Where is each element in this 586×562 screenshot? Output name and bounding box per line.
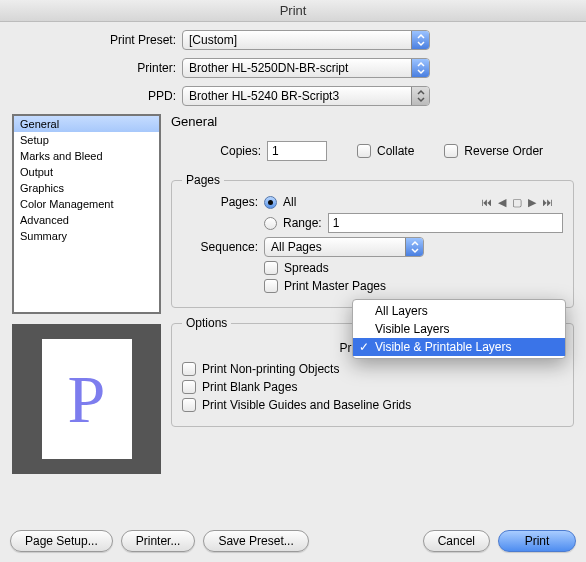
collate-checkbox[interactable] (357, 144, 371, 158)
window-title: Print (280, 3, 307, 18)
pages-label: Pages: (182, 195, 258, 209)
nonprinting-label: Print Non-printing Objects (202, 362, 339, 376)
print-button[interactable]: Print (498, 530, 576, 552)
first-page-icon[interactable]: ⏮ (481, 196, 492, 208)
pages-group: Pages Pages: All ⏮ ◀ ▢ ▶ ⏭ (171, 173, 574, 308)
panel-item-advanced[interactable]: Advanced (14, 212, 159, 228)
spreads-label: Spreads (284, 261, 329, 275)
collate-label: Collate (377, 144, 414, 158)
printer-select[interactable]: Brother HL-5250DN-BR-script (182, 58, 430, 78)
blank-label: Print Blank Pages (202, 380, 297, 394)
panel-list[interactable]: GeneralSetupMarks and BleedOutputGraphic… (12, 114, 161, 314)
printer-label: Printer: (12, 61, 182, 75)
panel-item-graphics[interactable]: Graphics (14, 180, 159, 196)
copies-input[interactable] (267, 141, 327, 161)
print-layers-menu[interactable]: All LayersVisible LayersVisible & Printa… (352, 299, 566, 359)
panel-item-marks-and-bleed[interactable]: Marks and Bleed (14, 148, 159, 164)
pages-all-radio[interactable] (264, 196, 277, 209)
titlebar: Print (0, 0, 586, 22)
page-preview: P (12, 324, 161, 474)
print-preset-label: Print Preset: (12, 33, 182, 47)
copies-label: Copies: (185, 144, 261, 158)
updown-icon (411, 31, 429, 49)
reverse-label: Reverse Order (464, 144, 543, 158)
updown-icon (411, 87, 429, 105)
panel-item-color-management[interactable]: Color Management (14, 196, 159, 212)
ppd-select[interactable]: Brother HL-5240 BR-Script3 (182, 86, 430, 106)
reverse-checkbox[interactable] (444, 144, 458, 158)
pages-legend: Pages (182, 173, 224, 187)
print-preset-select[interactable]: [Custom] (182, 30, 430, 50)
panel-item-setup[interactable]: Setup (14, 132, 159, 148)
sequence-value: All Pages (265, 240, 405, 254)
next-page-icon[interactable]: ▶ (528, 196, 536, 209)
page-nav-icons: ⏮ ◀ ▢ ▶ ⏭ (481, 196, 553, 209)
printer-value: Brother HL-5250DN-BR-script (183, 61, 411, 75)
print-layers-select[interactable]: All LayersVisible LayersVisible & Printa… (410, 338, 563, 358)
page-setup-button[interactable]: Page Setup... (10, 530, 113, 552)
printer-button[interactable]: Printer... (121, 530, 196, 552)
dialog-content: Print Preset: [Custom] Printer: Brother … (0, 22, 586, 524)
ppd-value: Brother HL-5240 BR-Script3 (183, 89, 411, 103)
page-thumb-icon[interactable]: ▢ (512, 196, 522, 209)
save-preset-button[interactable]: Save Preset... (203, 530, 308, 552)
layers-menu-item[interactable]: All Layers (353, 302, 565, 320)
section-heading: General (171, 114, 574, 129)
prev-page-icon[interactable]: ◀ (498, 196, 506, 209)
print-preset-value: [Custom] (183, 33, 411, 47)
nonprinting-checkbox[interactable] (182, 362, 196, 376)
layers-menu-item[interactable]: Visible Layers (353, 320, 565, 338)
last-page-icon[interactable]: ⏭ (542, 196, 553, 208)
master-checkbox[interactable] (264, 279, 278, 293)
guides-checkbox[interactable] (182, 398, 196, 412)
updown-icon (405, 238, 423, 256)
master-label: Print Master Pages (284, 279, 386, 293)
panel-item-output[interactable]: Output (14, 164, 159, 180)
print-dialog: Print Print Preset: [Custom] Printer: Br… (0, 0, 586, 562)
spreads-checkbox[interactable] (264, 261, 278, 275)
pages-all-label: All (283, 195, 296, 209)
blank-checkbox[interactable] (182, 380, 196, 394)
pages-range-radio[interactable] (264, 217, 277, 230)
guides-label: Print Visible Guides and Baseline Grids (202, 398, 411, 412)
options-group: Options Print Layers All LayersVisible L… (171, 316, 574, 427)
range-input[interactable] (328, 213, 563, 233)
cancel-button[interactable]: Cancel (423, 530, 490, 552)
range-label: Range: (283, 216, 322, 230)
layers-menu-item[interactable]: Visible & Printable Layers (353, 338, 565, 356)
options-legend: Options (182, 316, 231, 330)
panel-item-general[interactable]: General (14, 116, 159, 132)
sequence-label: Sequence: (182, 240, 258, 254)
preview-page: P (42, 339, 132, 459)
updown-icon (411, 59, 429, 77)
preview-letter: P (68, 360, 106, 439)
sequence-select[interactable]: All Pages (264, 237, 424, 257)
ppd-label: PPD: (12, 89, 182, 103)
panel-item-summary[interactable]: Summary (14, 228, 159, 244)
